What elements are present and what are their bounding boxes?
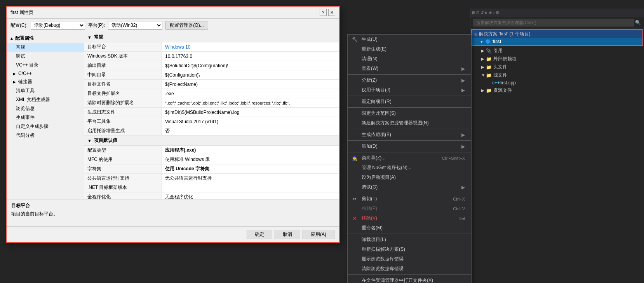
prop-value: $(Configuration)\ (162, 70, 339, 79)
ctx-startup[interactable]: 设为启动项目(A) (348, 173, 471, 182)
close-button[interactable]: ✕ (328, 9, 335, 16)
tree-label: 调试 (16, 53, 25, 59)
tree-xml[interactable]: XML 文档生成器 (7, 95, 84, 104)
prop-value: Visual Studio 2017 (v141) (162, 117, 339, 126)
ctx-analyze[interactable]: 分析(Z) ▶ (348, 75, 471, 85)
tree-first-cpp[interactable]: c++ first.cpp (470, 79, 644, 86)
prop-net-target: .NET 目标框架版本 (84, 183, 339, 192)
platform-select[interactable]: 活动(Win32) (108, 21, 162, 30)
prop-value: 否 (162, 126, 339, 135)
tree-arrow: ▶ (13, 72, 17, 76)
ok-button[interactable]: 确定 (247, 230, 272, 239)
ctx-divider (348, 107, 471, 108)
tree-resource-files[interactable]: ▶ 📁 资源文件 (470, 86, 644, 94)
prop-wpo: 全程序优化 无全程序优化 (84, 192, 339, 199)
tree-manifest[interactable]: 清单工具 (7, 86, 84, 95)
header-icon: 📁 (486, 65, 492, 70)
solution-explorer: ⊞ ⊡ ↺ ◈ ⊕ ↕ ⊞ 🔍 ⊞ 解决方案 'first' (1 个项目) ▼… (470, 9, 644, 283)
ctx-add[interactable]: 添加(D) ▶ (348, 142, 471, 151)
ctx-remove[interactable]: ✕ 移除(V) Del (348, 213, 471, 223)
shortcut: Ctrl+Shift+X (442, 156, 465, 161)
section-arrow: ▼ (87, 138, 92, 143)
prop-value: 使用 Unicode 字符集 (162, 164, 339, 173)
ctx-show-browse-errors[interactable]: 显示浏览数据库错误 (348, 254, 471, 264)
expand-icon: ▶ (481, 49, 486, 53)
ctx-label: 生成依赖项(B) (362, 131, 391, 138)
tree-custom-build[interactable]: 自定义生成步骤 (7, 122, 84, 131)
project-expand-icon: ▼ (480, 40, 484, 44)
tree-label: 自定义生成步骤 (16, 123, 49, 130)
project-icon: 🔷 (485, 39, 491, 44)
ctx-debug[interactable]: 调试(G) ▶ (348, 182, 471, 192)
tree-vc-dirs[interactable]: VC++ 目录 (7, 61, 84, 70)
ctx-cut[interactable]: ✂ 剪切(T) Ctrl+X (348, 194, 471, 204)
tree-general[interactable]: 常规 (7, 43, 84, 52)
ctx-divider (348, 74, 471, 75)
tree-label: 常规 (16, 44, 25, 51)
tree-config-properties[interactable]: ▲ 配置属性 (7, 34, 84, 43)
tree-linker[interactable]: ▶ 链接器 (7, 77, 84, 86)
ctx-divider (348, 274, 471, 275)
tree-references[interactable]: ▶ 📎 引用 (470, 47, 644, 55)
se-search-input[interactable] (473, 19, 634, 26)
ctx-new-view[interactable]: 新建解决方案资源管理器视图(N) (348, 118, 471, 128)
search-icon[interactable]: 🔍 (635, 20, 641, 25)
tree-debug[interactable]: 调试 (7, 52, 84, 61)
tree-arrow: ▶ (13, 80, 17, 84)
tree-source-files[interactable]: ▼ 📁 源文件 (470, 71, 644, 79)
cancel-button[interactable]: 取消 (275, 230, 300, 239)
section-defaults-header[interactable]: ▼ 项目默认值 (84, 136, 339, 146)
prop-name: 目标文件扩展名 (84, 89, 162, 98)
tree-label: 代码分析 (16, 132, 35, 139)
tree-header-files[interactable]: ▶ 📁 头文件 (470, 63, 644, 71)
config-manager-button[interactable]: 配置管理器(O)... (165, 21, 208, 30)
tree-code-analysis[interactable]: 代码分析 (7, 131, 84, 140)
ctx-project-only[interactable]: 仅用于项目(J) ▶ (348, 85, 471, 95)
prop-value: 应用程序(.exe) (162, 146, 339, 155)
ctx-label: 管理 NuGet 程序包(N)... (362, 164, 411, 171)
remove-icon: ✕ (351, 216, 359, 221)
se-solution-row[interactable]: ⊞ 解决方案 'first' (1 个项目) (472, 30, 642, 38)
ctx-retarget[interactable]: 重定向项目(R) (348, 97, 471, 107)
help-button[interactable]: ? (320, 9, 327, 16)
tree-external-deps[interactable]: ▶ 📁 外部依赖项 (470, 55, 644, 63)
tree-build-events[interactable]: 生成事件 (7, 113, 84, 122)
prop-name: MFC 的使用 (84, 155, 162, 164)
ctx-build[interactable]: 🔨 生成(U) (348, 35, 471, 44)
ctx-label: 调试(G) (362, 184, 378, 190)
se-toolbar-icons: ⊞ ⊡ ↺ ◈ ⊕ ↕ ⊞ (472, 10, 499, 15)
source-icon: 📁 (486, 73, 492, 78)
ctx-label: 显示浏览数据库错误 (362, 256, 404, 262)
tree-label: 生成事件 (16, 114, 35, 121)
prop-clr: 公共语言运行时支持 无公共语言运行时支持 (84, 174, 339, 183)
ctx-rename[interactable]: 重命名(M) (348, 223, 471, 233)
tree-label: 浏览信息 (16, 105, 35, 112)
ctx-class-wizard[interactable]: 🧙 类向导(Z)... Ctrl+Shift+X (348, 153, 471, 163)
se-project-row[interactable]: ▼ 🔷 first (472, 38, 642, 45)
ctx-unload[interactable]: 卸载项目(L) (348, 235, 471, 245)
submenu-arrow: ▶ (461, 87, 465, 93)
ctx-open-folder[interactable]: 在文件资源管理器中打开文件夹(X) (348, 276, 471, 283)
prop-clean-ext: 清除时要删除的扩展名 *.cdf;*.cache;*.obj;*.obj.enc… (84, 98, 339, 108)
config-select[interactable]: 活动(Debug) (31, 21, 85, 30)
ctx-clean[interactable]: 清理(N) (348, 54, 471, 64)
apply-button[interactable]: 应用(A) (303, 230, 334, 239)
ctx-nuget[interactable]: 管理 NuGet 程序包(N)... (348, 163, 471, 173)
section-general-header[interactable]: ▼ 常规 (84, 32, 339, 42)
dialog-titlebar: first 属性页 ? ✕ (7, 7, 339, 19)
ctx-clear-browse-errors[interactable]: 清除浏览数据库错误 (348, 264, 471, 274)
deps-icon: 📁 (486, 56, 492, 62)
ctx-rebuild[interactable]: 重新生成(E) (348, 44, 471, 54)
tree-browse[interactable]: 浏览信息 (7, 104, 84, 113)
prop-target-name: 目标文件名 $(ProjectName) (84, 80, 339, 89)
properties-panel: ▼ 常规 目标平台 Windows 10 Windows SDK 版本 10.0… (84, 32, 339, 199)
ctx-build-deps[interactable]: 生成依赖项(B) ▶ (348, 130, 471, 140)
tree-cpp[interactable]: ▶ C/C++ (7, 70, 84, 77)
ctx-view[interactable]: 查看(W) ▶ (348, 64, 471, 73)
ctx-scope[interactable]: 限定为此范围(S) (348, 108, 471, 118)
tree-label: 资源文件 (493, 87, 512, 94)
ctx-paste[interactable]: 粘贴(P) Ctrl+V (348, 204, 471, 213)
prop-name: .NET 目标框架版本 (84, 183, 162, 192)
prop-inter-dir: 中间目录 $(Configuration)\ (84, 70, 339, 80)
ctx-rescan[interactable]: 重新扫描解决方案(S) (348, 245, 471, 254)
